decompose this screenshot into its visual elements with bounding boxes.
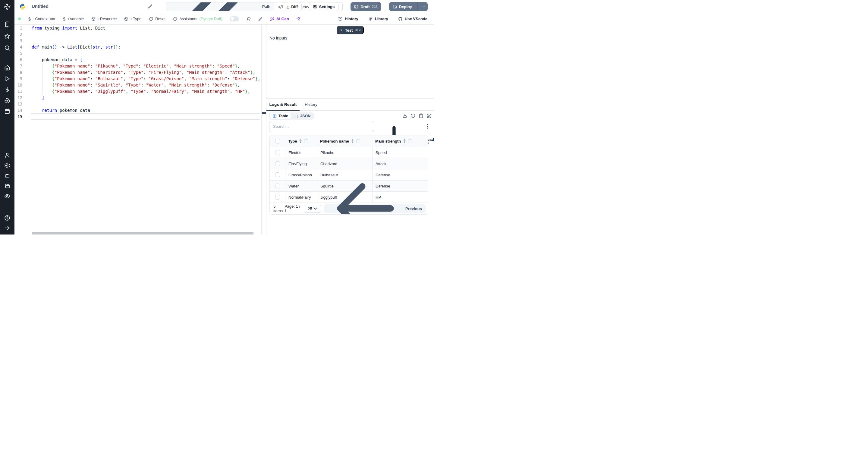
column-header-pokemon-name[interactable]: Pokemon name [317,135,372,147]
row-checkbox[interactable] [275,184,280,188]
sidebar-eye-icon[interactable] [4,193,10,199]
code-line-6[interactable]: 6 pokemon_data = [ [14,56,261,63]
code-text: pokemon_data = [ [32,57,83,62]
view-toggle-table[interactable]: Table [270,113,291,119]
toolbar-item-label: +Resource [98,17,117,21]
sidebar-folder-icon[interactable] [4,183,10,189]
code-line-7[interactable]: 7 {"Pokemon name": "Pikachu", "Type": "E… [14,63,261,69]
download-icon[interactable] [402,113,407,118]
sidebar-home-icon[interactable] [4,65,10,71]
expand-icon[interactable] [427,113,432,118]
column-filter-checkbox[interactable] [304,139,308,143]
page-size-select[interactable]: 25 [304,205,321,213]
sort-icon[interactable] [299,139,302,143]
table-row[interactable]: ElectricPikachuSpeed [270,147,428,158]
line-number: 14 [14,108,22,113]
code-line-12[interactable]: 12 ] [14,94,261,101]
column-filter-checkbox[interactable] [408,139,412,143]
result-actions [402,113,432,118]
column-filter-checkbox[interactable] [356,139,360,143]
code-line-11[interactable]: 11 {"Pokemon name": "Jigglypuff", "Type"… [14,88,261,94]
toggle-knob [230,17,235,21]
column-header-main-strength[interactable]: Main strength [372,135,428,147]
column-label: Main strength [375,139,401,144]
plus-minus-icon: ± [287,4,289,9]
toolbar-use-vscode[interactable]: Use VScode [398,17,427,21]
toolbar--variable[interactable]: $+Variable [63,17,84,21]
toolbar--resource[interactable]: +Resource [91,17,117,21]
toolbar--context-var[interactable]: $+Context Var [28,17,56,21]
diff-label: Diff [291,4,298,9]
code-line-10[interactable]: 10 {"Pokemon name": "Squirtle", "Type": … [14,82,261,88]
deploy-button[interactable]: Deploy [389,2,428,11]
code-line-13[interactable]: 13 [14,101,261,107]
panel-splitter[interactable] [261,25,266,234]
code-editor[interactable]: 1from typing import List, Dict234def mai… [14,25,261,234]
edit-title-pencil-icon[interactable] [148,4,152,9]
toolbar-history[interactable]: History [338,17,358,21]
draft-button[interactable]: Draft ⌘S [350,2,381,11]
settings-button[interactable]: Settings [309,2,338,11]
table-row[interactable]: Fire/FlyingCharizardAttack [270,158,428,169]
editor-horizontal-scrollbar[interactable] [32,232,253,234]
code-line-3[interactable]: 3 [14,37,261,44]
table-menu-kebab-icon[interactable] [425,123,430,129]
toolbar--type[interactable]: +Type [124,17,141,21]
splitter-handle-icon[interactable] [262,112,266,114]
toolbar-users-icon[interactable] [247,17,251,21]
assistants-toggle[interactable] [230,16,239,22]
tab-logs-result[interactable]: Logs & Result [267,99,300,110]
draft-shortcut: ⌘S [372,4,377,9]
sidebar-robot-icon[interactable] [4,173,10,179]
sort-icon[interactable] [403,139,406,143]
code-line-14[interactable]: 14 return pokemon_data [14,107,261,113]
chevron-down-icon[interactable] [420,4,427,9]
toolbar-sparkles-icon[interactable] [297,17,301,21]
row-checkbox[interactable] [275,173,280,177]
row-checkbox[interactable] [275,161,280,166]
search-input[interactable] [269,121,374,132]
windmill-logo[interactable] [3,3,11,10]
column-header-type[interactable]: Type [285,135,317,147]
line-number: 10 [14,83,22,87]
toolbar-ai-gen[interactable]: AI Gen [270,17,289,21]
sidebar-play-icon[interactable] [4,76,10,82]
previous-page-button[interactable]: Previous [324,205,426,213]
code-line-5[interactable]: 5 [14,50,261,56]
code-line-1[interactable]: 1from typing import List, Dict [14,25,261,31]
toolbar-reset[interactable]: Reset [149,17,165,21]
sidebar-boxes-icon[interactable] [4,97,10,103]
select-all-checkbox[interactable] [275,139,280,144]
page-size-value: 25 [308,207,312,211]
sidebar-dollar-icon[interactable] [4,87,10,93]
code-line-2[interactable]: 2 [14,31,261,37]
toolbar-library[interactable]: Library [368,17,388,21]
no-inputs-text: No inputs [270,36,287,40]
view-toggle-json[interactable]: { } JSON [292,113,313,119]
sidebar-calendar-icon[interactable] [4,108,10,114]
sort-icon[interactable] [351,139,354,143]
brush-icon [258,17,262,21]
wand-icon [270,17,274,21]
diff-button[interactable]: ± Diff [283,2,302,11]
row-checkbox[interactable] [275,150,280,155]
sidebar-user-icon[interactable] [4,152,10,158]
code-line-4[interactable]: 4def main() -> List[Dict[str, str]]: [14,44,261,50]
sidebar-gear-icon[interactable] [4,162,10,168]
cell-type: Electric [285,147,317,158]
sidebar-arrow-right-icon[interactable] [4,225,10,231]
sidebar-help-icon[interactable] [4,215,10,221]
row-checkbox[interactable] [275,195,280,199]
sidebar-building-icon[interactable] [4,22,10,27]
result-table: TypePokemon nameMain strength ElectricPi… [270,135,428,215]
toolbar-brush-icon[interactable] [258,17,262,21]
test-button[interactable]: Test ⌘↵ [337,26,364,34]
page-indicator: Page: 1 / 1 [284,204,301,213]
code-line-8[interactable]: 8 {"Pokemon name": "Charizard", "Type": … [14,69,261,75]
code-line-9[interactable]: 9 {"Pokemon name": "Bulbasaur", "Type": … [14,75,261,82]
tab-history[interactable]: History [300,99,322,110]
sidebar-star-icon[interactable] [4,33,10,39]
toolbar-assistants[interactable]: Assistants(Pyright Ruff) [173,17,222,21]
copy-result-clipboard-icon[interactable] [418,113,424,118]
info-icon[interactable] [410,113,415,118]
